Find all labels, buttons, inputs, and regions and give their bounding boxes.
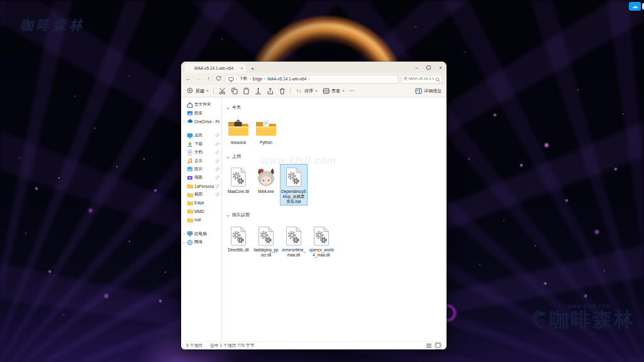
sidebar-item-this-pc[interactable]: ›此电脑: [181, 229, 221, 238]
icons-view-toggle[interactable]: [435, 343, 441, 349]
watermark-brand: 咖啡森林: [550, 307, 635, 333]
search-box[interactable]: 在 MAA-v5.14.1-win-x64 中搜索: [401, 75, 443, 84]
cloud-icon: ☁: [632, 4, 638, 9]
tab-close-icon[interactable]: ×: [241, 66, 243, 71]
sidebar-item-desktop[interactable]: 桌面: [181, 131, 221, 140]
details-view-toggle[interactable]: [425, 343, 432, 349]
breadcrumb-item[interactable]: Edge: [253, 77, 262, 81]
minimize-button[interactable]: –: [411, 62, 423, 73]
view-toggles: [425, 343, 441, 349]
breadcrumb-item[interactable]: 下载: [239, 76, 247, 82]
command-bar: 新建 ∨ ↑↓ 排序 ∨ 查看 ∨ ⋯ 详细: [181, 85, 447, 97]
sidebar-item-folder-edge[interactable]: Edge: [181, 199, 221, 207]
group-header[interactable]: 今天: [226, 102, 443, 113]
group-header[interactable]: 上周: [226, 151, 443, 162]
desktop: 咖啡森林 www.kfsll.com www.kfsll.com 咖啡森林 ☁ …: [0, 0, 644, 362]
file-onnxruntime_maa.dll[interactable]: onnxruntime_maa.dll: [280, 222, 308, 260]
sidebar-item-downloads[interactable]: 下载: [181, 140, 221, 148]
leaf-logo-icon: [531, 309, 547, 331]
explorer-window: MAA-v5.14.1-win-x64 × ＋ – × ← → ↑ › 下载›E…: [181, 62, 447, 349]
sort-button[interactable]: ↑↓ 排序 ∨: [295, 87, 318, 95]
file-fastdeploy_ppocr.dll[interactable]: fastdeploy_ppocr.dll: [252, 222, 280, 260]
new-tab-button[interactable]: ＋: [250, 66, 255, 72]
collapse-chevron-icon[interactable]: [226, 151, 230, 162]
sidebar-item-network[interactable]: ›网络: [181, 238, 221, 246]
details-pane-button[interactable]: 详细信息: [414, 87, 441, 95]
sidebar-item-folder-mmd[interactable]: MMD: [181, 207, 221, 216]
expand-chevron-icon[interactable]: ›: [182, 241, 186, 244]
gear-file-icon: [286, 166, 302, 189]
tab-title: MAA-v5.14.1-win-x64: [194, 66, 239, 70]
delete-icon[interactable]: [278, 87, 286, 95]
maximize-button[interactable]: [423, 62, 435, 73]
collapse-chevron-icon[interactable]: [226, 102, 230, 113]
pin-icon: [215, 167, 219, 172]
file-DirectML.dll[interactable]: DirectML.dll: [225, 222, 252, 255]
breadcrumb[interactable]: › 下载›Edge›MAA-v5.14.1-win-x64›: [225, 75, 398, 84]
file-name: Python: [260, 140, 272, 145]
search-input[interactable]: 在 MAA-v5.14.1-win-x64 中搜索: [404, 76, 434, 82]
sidebar-item-music[interactable]: 音乐: [181, 156, 221, 165]
cloud-app-icon[interactable]: ☁: [629, 2, 641, 11]
file-row: MaaCore.dll MAA.exe DependencySetup_依赖库安…: [225, 164, 443, 206]
chevron-right-icon: ›: [264, 77, 265, 81]
rename-icon[interactable]: [254, 87, 262, 95]
copy-icon[interactable]: [230, 87, 238, 95]
refresh-button[interactable]: [215, 75, 222, 82]
sidebar-item-home[interactable]: 主文件夹: [181, 101, 221, 109]
expand-chevron-icon[interactable]: ›: [182, 119, 186, 123]
expand-chevron-icon[interactable]: ›: [182, 232, 186, 236]
sidebar: 主文件夹图库›OneDrive - Perso桌面下载文档音乐图片视频1aPer…: [181, 97, 222, 341]
sidebar-item-videos[interactable]: 视频: [181, 173, 221, 182]
pin-icon: [215, 175, 219, 180]
home-icon: [187, 102, 193, 108]
sidebar-item-folder-1apersonal[interactable]: 1aPersonal-do: [181, 182, 221, 190]
file-DependencySetup_依赖库安装.bat[interactable]: DependencySetup_依赖库安装.bat: [280, 164, 308, 206]
forward-button[interactable]: →: [195, 76, 202, 82]
file-row: DirectML.dll fastdeploy_ppocr.dll onnxru…: [225, 222, 443, 260]
monitor-icon: [228, 76, 234, 82]
new-button[interactable]: 新建 ∨: [186, 87, 209, 95]
sidebar-item-documents[interactable]: 文档: [181, 148, 221, 156]
toolbar-divider: [213, 87, 214, 94]
address-bar: ← → ↑ › 下载›Edge›MAA-v5.14.1-win-x64› 在 M…: [181, 73, 447, 85]
explorer-tab[interactable]: MAA-v5.14.1-win-x64 ×: [184, 63, 246, 73]
pin-icon: [215, 133, 219, 138]
sidebar-item-label: 文档: [194, 150, 214, 155]
breadcrumb-item[interactable]: MAA-v5.14.1-win-x64: [267, 77, 306, 81]
sidebar-item-folder-null[interactable]: null: [181, 216, 221, 224]
more-options-icon[interactable]: ⋯: [349, 90, 355, 92]
file-opencv_world4_maa.dll[interactable]: opencv_world4_maa.dll: [308, 222, 335, 260]
file-Python[interactable]: Python: [252, 115, 280, 147]
pin-icon: [215, 142, 219, 146]
folder-doc-icon: [255, 117, 277, 140]
share-icon[interactable]: [266, 87, 274, 95]
paste-icon[interactable]: [242, 87, 250, 95]
sidebar-item-label: 桌面: [194, 133, 214, 138]
up-button[interactable]: ↑: [205, 76, 212, 82]
titlebar[interactable]: MAA-v5.14.1-win-x64 × ＋ – ×: [181, 62, 447, 73]
file-name: DependencySetup_依赖库安装.bat: [281, 189, 306, 204]
back-button[interactable]: ←: [185, 76, 192, 82]
sidebar-item-pictures[interactable]: 图片: [181, 165, 221, 173]
file-MaaCore.dll[interactable]: MaaCore.dll: [225, 164, 252, 196]
file-resource[interactable]: resource: [225, 115, 252, 147]
sidebar-item-gallery[interactable]: 图库: [181, 109, 221, 117]
folder-resource-icon: [227, 117, 250, 140]
file-area[interactable]: 今天 resource Python上周 MaaCore.dll MAA.exe…: [222, 97, 447, 341]
watermark-top-left: 咖啡森林: [20, 16, 86, 34]
sidebar-item-folder-screenshots[interactable]: 截图: [181, 190, 221, 199]
view-button[interactable]: 查看 ∨: [322, 87, 345, 95]
file-MAA.exe[interactable]: MAA.exe: [252, 164, 280, 196]
sidebar-item-label: 截图: [194, 192, 214, 197]
details-panel-icon: [414, 87, 422, 95]
sidebar-item-onedrive[interactable]: ›OneDrive - Perso: [181, 118, 221, 126]
desktop-icon: [187, 133, 193, 139]
cut-icon[interactable]: [218, 87, 226, 95]
collapse-chevron-icon[interactable]: [226, 209, 230, 221]
close-button[interactable]: ×: [435, 62, 447, 73]
file-name: onnxruntime_maa.dll: [281, 248, 306, 258]
view-icon: [322, 87, 330, 95]
wallpaper-stars: [0, 0, 1, 1]
group-header[interactable]: 很久以前: [226, 209, 443, 221]
